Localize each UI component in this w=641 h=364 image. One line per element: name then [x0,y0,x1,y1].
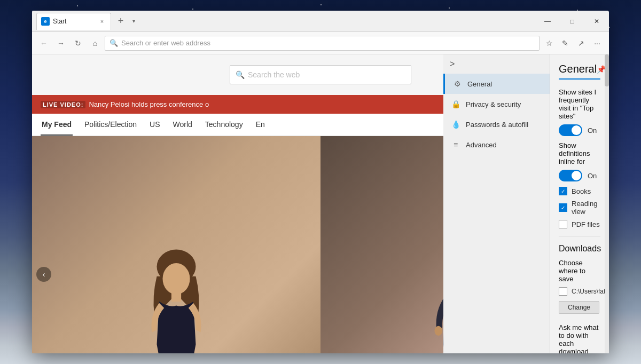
nav-world[interactable]: World [172,114,193,136]
svg-point-8 [434,326,442,336]
tab-area: e Start × + ▾ [32,11,535,31]
news-prev-button[interactable]: ‹ [36,267,51,282]
tab-dropdown-button[interactable]: ▾ [128,14,139,29]
nav-us[interactable]: US [148,114,161,136]
downloads-title: Downloads [559,244,600,254]
maximize-button[interactable]: □ [560,11,584,31]
pdf-checkbox-row: PDF files [559,220,600,228]
settings-divider [559,78,600,80]
browser-window: e Start × + ▾ — □ ✕ ← → ↻ ⌂ 🔍 Search or … [32,11,609,353]
share-icon[interactable]: ↗ [574,36,589,51]
news-search-box[interactable]: 🔍 Search the web [230,65,411,84]
definitions-toggle[interactable] [559,170,582,181]
nav-en[interactable]: En [255,114,266,136]
toolbar-icons: ☆ ✎ ↗ ··· [542,36,605,51]
live-text: Nancy Pelosi holds press conference o [89,100,209,108]
books-checkbox-row: Books [559,187,600,195]
scrollbar-thumb[interactable] [605,54,609,86]
tab-favicon: e [41,17,50,26]
nav-politics[interactable]: Politics/Election [83,114,138,136]
choose-save-label: Choose where to save [559,259,600,283]
books-checkbox[interactable] [559,187,567,195]
forward-button[interactable]: → [53,36,68,51]
ask-label: Ask me what to do with each download [559,323,600,353]
definitions-label: Show definitions inline for [559,141,600,165]
url-text: Search or enter web address [121,39,535,47]
settings-content-panel: General 📌 Show sites I frequently visit … [550,54,609,353]
books-label: Books [572,187,591,195]
top-sites-toggle-row: On [559,124,600,136]
settings-header: General 📌 [559,63,600,75]
reading-view-checkbox-row: Reading view [559,200,600,216]
menu-label-passwords: Passwords & autofill [466,121,528,129]
new-tab-button[interactable]: + [113,14,128,29]
notes-icon[interactable]: ✎ [558,36,573,51]
top-sites-label: Show sites I frequently visit in "Top si… [559,88,600,120]
pdf-checkbox[interactable] [559,220,567,228]
person-left-image [32,136,320,353]
menu-label-general: General [467,80,492,88]
reading-view-label: Reading view [572,200,600,216]
scrollbar-track [605,54,609,353]
change-button[interactable]: Change [559,301,599,314]
pdf-label: PDF files [572,220,600,228]
nav-technology[interactable]: Technology [204,114,244,136]
close-button[interactable]: ✕ [584,11,609,31]
top-sites-toggle[interactable] [559,124,582,136]
privacy-icon: 🔒 [451,99,460,109]
general-icon: ⚙ [452,79,462,89]
svg-point-2 [162,263,190,294]
settings-title: General [559,63,597,75]
back-button[interactable]: ← [36,36,51,51]
expand-icon: > [450,59,455,69]
tab-close-button[interactable]: × [98,17,106,26]
address-bar: ← → ↻ ⌂ 🔍 Search or enter web address ☆ … [32,32,609,54]
settings-menu-panel: > ⚙ General 🔒 Privacy & security 💧 Passw… [443,54,550,353]
menu-label-advanced: Advanced [466,141,497,149]
downloads-path-checkbox[interactable] [559,287,567,296]
downloads-path-row: C:\Users\fatiw\Downloads [559,287,600,296]
top-sites-toggle-label: On [588,126,597,134]
content-area: 🔍 Search the web LIVE VIDEO: Nancy Pelos… [32,54,609,353]
url-bar[interactable]: 🔍 Search or enter web address [105,36,540,51]
svg-rect-3 [171,292,181,302]
reading-view-checkbox[interactable] [559,203,567,212]
menu-label-privacy: Privacy & security [466,100,521,108]
window-controls: — □ ✕ [535,11,609,31]
passwords-icon: 💧 [451,120,460,129]
menu-expand-button[interactable]: > [443,54,550,74]
favorites-icon[interactable]: ☆ [542,36,557,51]
menu-item-privacy[interactable]: 🔒 Privacy & security [443,94,550,114]
menu-item-general[interactable]: ⚙ General [443,74,550,94]
advanced-icon: ≡ [451,140,460,149]
home-button[interactable]: ⌂ [88,36,103,51]
menu-icon[interactable]: ··· [590,36,605,51]
tab-label: Start [53,18,66,25]
definitions-toggle-label: On [588,172,597,180]
definitions-toggle-row: On [559,170,600,181]
menu-item-passwords[interactable]: 💧 Passwords & autofill [443,114,550,134]
downloads-path: C:\Users\fatiw\Downloads [572,288,609,295]
news-search-placeholder: Search the web [248,70,300,79]
minimize-button[interactable]: — [535,11,560,31]
section-separator [559,236,600,236]
settings-overlay: > ⚙ General 🔒 Privacy & security 💧 Passw… [443,54,609,353]
browser-tab[interactable]: e Start × [36,13,111,30]
nav-my-feed[interactable]: My Feed [41,114,73,136]
live-label: LIVE VIDEO: [41,101,85,108]
title-bar: e Start × + ▾ — □ ✕ [32,11,609,32]
refresh-button[interactable]: ↻ [71,36,85,51]
menu-item-advanced[interactable]: ≡ Advanced [443,134,550,155]
person-left-svg [128,247,224,353]
